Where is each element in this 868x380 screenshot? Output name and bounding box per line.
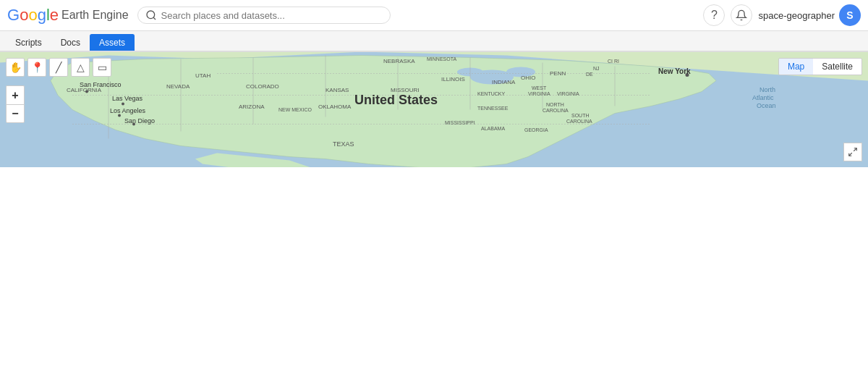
map-tools: ✋ 📍 ╱ △ ▭ <box>6 58 111 77</box>
svg-line-1 <box>153 17 156 20</box>
svg-text:CAROLINA: CAROLINA <box>566 119 592 124</box>
svg-text:NEW MEXICO: NEW MEXICO <box>278 107 312 112</box>
bell-icon <box>736 9 747 21</box>
svg-text:CAROLINA: CAROLINA <box>542 108 569 113</box>
nav-tabs: Scripts Docs Assets <box>0 31 868 51</box>
tab-docs[interactable]: Docs <box>51 34 90 51</box>
svg-text:OKLAHOMA: OKLAHOMA <box>318 104 352 110</box>
svg-text:VIRGINIA: VIRGINIA <box>528 91 550 96</box>
tab-scripts[interactable]: Scripts <box>6 34 51 51</box>
svg-text:MINNESOTA: MINNESOTA <box>427 56 456 62</box>
svg-text:ALABAMA: ALABAMA <box>481 126 505 131</box>
svg-text:MISSISSIPPI: MISSISSIPPI <box>445 120 475 125</box>
svg-point-0 <box>147 11 155 19</box>
line-tool-button[interactable]: ╱ <box>49 58 68 77</box>
svg-text:COLORADO: COLORADO <box>246 83 279 90</box>
svg-line-63 <box>849 153 852 156</box>
zoom-out-button[interactable]: − <box>6 104 25 123</box>
svg-text:NORTH: NORTH <box>546 102 564 107</box>
polygon-tool-button[interactable]: △ <box>71 58 90 77</box>
search-bar[interactable] <box>137 7 391 24</box>
svg-text:CI RI: CI RI <box>608 59 619 64</box>
svg-text:United States: United States <box>354 93 438 107</box>
marker-tool-button[interactable]: 📍 <box>27 58 46 77</box>
svg-text:ARIZONA: ARIZONA <box>239 104 265 110</box>
svg-text:Las Vegas: Las Vegas <box>112 95 143 102</box>
svg-text:GEORGIA: GEORGIA <box>524 127 548 132</box>
search-input[interactable] <box>161 10 383 21</box>
svg-text:San Diego: San Diego <box>124 117 155 124</box>
svg-line-62 <box>854 148 856 151</box>
svg-text:Ocean: Ocean <box>757 102 776 109</box>
svg-point-18 <box>122 103 124 106</box>
svg-text:DE: DE <box>586 72 593 77</box>
user-area[interactable]: space-geographer S <box>758 4 861 26</box>
svg-text:Los Angeles: Los Angeles <box>110 107 146 114</box>
svg-text:KENTUCKY: KENTUCKY <box>477 91 505 96</box>
svg-text:MISSOURI: MISSOURI <box>391 87 420 93</box>
main: NEW ▾ ADD A PROJECT CLOUD ASSETS ▶ space… <box>0 51 868 380</box>
earth-engine-logo-text: Earth Engine <box>61 9 129 22</box>
svg-text:North: North <box>760 86 775 93</box>
map-area: San Francisco Las Vegas Los Angeles San … <box>0 51 868 167</box>
google-logo: Google <box>7 6 59 25</box>
notifications-button[interactable] <box>731 4 752 26</box>
logo: Google Earth Engine <box>7 6 129 25</box>
svg-text:UTAH: UTAH <box>195 72 210 79</box>
tab-assets[interactable]: Assets <box>90 34 135 51</box>
svg-text:New York: New York <box>658 67 691 75</box>
avatar: S <box>839 4 861 26</box>
map-svg: San Francisco Las Vegas Los Angeles San … <box>0 52 868 167</box>
svg-text:SOUTH: SOUTH <box>571 113 590 118</box>
svg-text:PENN: PENN <box>550 70 566 77</box>
svg-text:OHIO: OHIO <box>521 75 535 81</box>
svg-text:TEXAS: TEXAS <box>333 140 354 148</box>
svg-text:VIRGINIA: VIRGINIA <box>557 91 579 96</box>
pan-tool-button[interactable]: ✋ <box>6 58 25 77</box>
svg-point-19 <box>118 114 121 117</box>
svg-text:Atlantic: Atlantic <box>752 94 774 101</box>
svg-text:NEVADA: NEVADA <box>166 83 190 90</box>
svg-text:WEST: WEST <box>532 85 547 90</box>
fullscreen-icon <box>848 147 858 157</box>
zoom-in-button[interactable]: + <box>6 85 25 104</box>
map-view[interactable]: San Francisco Las Vegas Los Angeles San … <box>0 52 868 167</box>
svg-text:ILLINOIS: ILLINOIS <box>441 76 465 83</box>
map-type-map-button[interactable]: Map <box>779 59 813 75</box>
svg-text:NJ: NJ <box>593 66 600 71</box>
svg-text:NEBRASKA: NEBRASKA <box>383 58 415 64</box>
search-icon <box>145 9 157 21</box>
header: Google Earth Engine ? space-geographer S <box>0 0 868 31</box>
svg-text:KANSAS: KANSAS <box>326 87 349 93</box>
svg-text:TENNESSEE: TENNESSEE <box>477 106 509 111</box>
zoom-controls: + − <box>6 85 25 123</box>
map-type-satellite-button[interactable]: Satellite <box>813 59 861 75</box>
rectangle-tool-button[interactable]: ▭ <box>93 58 111 77</box>
svg-text:CALIFORNIA: CALIFORNIA <box>67 87 102 93</box>
map-type-selector: Map Satellite <box>778 58 862 75</box>
help-button[interactable]: ? <box>703 4 725 26</box>
user-name: space-geographer <box>758 10 835 21</box>
fullscreen-button[interactable] <box>843 143 862 161</box>
header-actions: ? space-geographer S <box>703 4 861 26</box>
svg-text:INDIANA: INDIANA <box>492 79 516 85</box>
